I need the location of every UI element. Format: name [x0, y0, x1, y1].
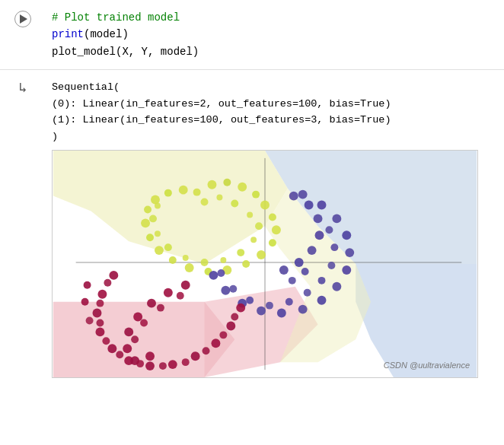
layer-1-line: (1): Linear(in_features=100, out_feature… — [52, 112, 498, 129]
svg-point-54 — [308, 246, 317, 255]
svg-point-78 — [168, 360, 177, 369]
code-line-1: # Plot trained model — [52, 9, 498, 26]
output-text: Sequential( (0): Linear(in_features=2, o… — [52, 79, 498, 145]
svg-point-28 — [255, 222, 263, 230]
svg-point-29 — [250, 237, 257, 243]
svg-point-72 — [97, 289, 107, 298]
svg-point-30 — [237, 249, 244, 256]
svg-point-7 — [260, 200, 270, 209]
svg-point-73 — [93, 308, 102, 317]
svg-point-81 — [226, 321, 235, 330]
svg-point-32 — [201, 259, 209, 266]
svg-point-17 — [155, 246, 164, 255]
svg-point-37 — [155, 202, 161, 208]
closing-paren: ) — [52, 129, 498, 145]
svg-point-100 — [219, 331, 227, 339]
svg-point-75 — [107, 344, 116, 353]
svg-point-77 — [145, 361, 155, 370]
svg-point-61 — [327, 262, 335, 269]
svg-point-101 — [231, 313, 238, 320]
svg-point-23 — [179, 185, 188, 194]
svg-point-80 — [211, 339, 220, 348]
svg-point-87 — [124, 327, 133, 336]
svg-point-67 — [229, 284, 237, 292]
run-icon — [20, 14, 27, 24]
svg-point-20 — [144, 205, 152, 213]
svg-point-93 — [96, 319, 104, 326]
svg-point-34 — [164, 243, 172, 251]
svg-point-71 — [109, 270, 118, 279]
svg-point-98 — [182, 358, 190, 366]
svg-point-2 — [193, 188, 201, 195]
svg-point-86 — [133, 312, 142, 321]
svg-point-65 — [266, 301, 273, 309]
svg-point-74 — [95, 327, 104, 336]
svg-point-91 — [104, 278, 111, 286]
svg-point-63 — [304, 288, 311, 296]
svg-point-64 — [285, 297, 293, 305]
svg-point-103 — [157, 304, 164, 311]
svg-point-85 — [147, 298, 156, 307]
svg-point-45 — [317, 295, 327, 304]
notebook-cell: # Plot trained model print(model) plot_m… — [0, 0, 504, 387]
svg-point-40 — [332, 214, 341, 223]
svg-point-6 — [252, 190, 260, 198]
svg-point-24 — [201, 198, 209, 205]
svg-point-70 — [301, 268, 309, 275]
svg-point-16 — [169, 256, 177, 264]
svg-point-27 — [247, 211, 253, 218]
code-line-2: print(model) — [52, 26, 498, 43]
svg-point-59 — [325, 226, 333, 234]
svg-point-84 — [164, 288, 173, 297]
svg-point-46 — [298, 304, 308, 313]
print-keyword: print — [52, 28, 84, 40]
svg-point-15 — [185, 263, 194, 272]
output-cell: ↳ Sequential( (0): Linear(in_features=2,… — [0, 70, 504, 386]
svg-point-68 — [217, 269, 225, 277]
svg-point-39 — [317, 200, 327, 209]
svg-point-66 — [246, 296, 254, 304]
svg-point-107 — [81, 297, 89, 305]
svg-point-41 — [342, 230, 351, 240]
output-arrow-icon: ↳ — [19, 79, 27, 96]
svg-point-79 — [191, 351, 200, 361]
svg-point-9 — [272, 225, 281, 234]
output-gutter: ↳ — [0, 76, 46, 380]
svg-point-10 — [269, 239, 276, 246]
svg-point-12 — [242, 260, 250, 268]
svg-point-99 — [203, 347, 210, 354]
svg-point-43 — [342, 265, 351, 275]
svg-point-60 — [330, 243, 338, 251]
svg-point-19 — [141, 218, 150, 227]
svg-point-105 — [131, 335, 139, 343]
svg-point-4 — [223, 178, 231, 186]
comment-text: # Plot trained model — [52, 11, 180, 24]
svg-point-50 — [221, 285, 230, 294]
svg-point-52 — [279, 265, 289, 275]
svg-point-31 — [220, 257, 226, 263]
code-content: # Plot trained model print(model) plot_m… — [46, 6, 504, 63]
run-button[interactable] — [14, 11, 31, 27]
svg-point-106 — [84, 281, 91, 288]
svg-point-96 — [136, 360, 144, 367]
output-content: Sequential( (0): Linear(in_features=2, o… — [46, 76, 504, 380]
svg-point-51 — [209, 270, 218, 279]
watermark-text: CSDN @uultravialence — [384, 359, 470, 373]
svg-point-22 — [164, 189, 172, 196]
svg-point-92 — [96, 299, 104, 307]
svg-point-94 — [102, 337, 110, 345]
code-cell: # Plot trained model print(model) plot_m… — [0, 0, 504, 70]
print-args: (model) — [84, 28, 129, 40]
svg-point-25 — [216, 194, 222, 200]
svg-point-5 — [238, 182, 247, 191]
svg-point-69 — [289, 276, 296, 284]
svg-point-58 — [289, 191, 298, 200]
svg-point-97 — [159, 362, 167, 370]
svg-point-104 — [140, 319, 148, 326]
svg-point-38 — [298, 189, 308, 199]
svg-point-88 — [123, 344, 132, 353]
svg-point-8 — [269, 213, 276, 221]
svg-point-47 — [277, 308, 286, 317]
svg-point-95 — [116, 351, 123, 358]
svg-point-53 — [295, 258, 304, 267]
